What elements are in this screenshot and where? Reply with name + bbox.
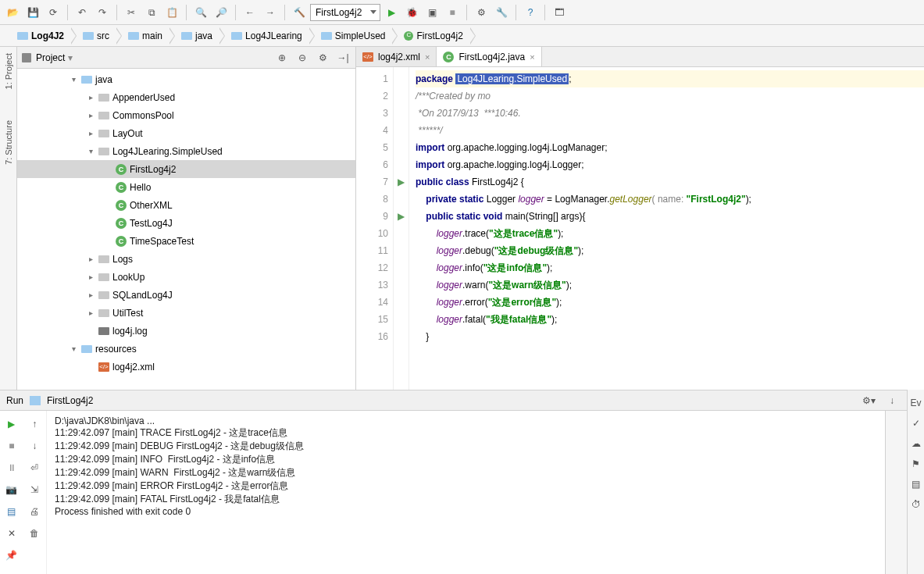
wrap-icon[interactable]: ⏎: [26, 459, 43, 476]
print-icon[interactable]: 🖨: [26, 503, 43, 520]
crumb-Log4JLearing[interactable]: Log4JLearing: [220, 27, 310, 45]
tree-item-LookUp[interactable]: ▸LookUp: [17, 268, 355, 286]
tree-item-Log4JLearing.SimpleUsed[interactable]: ▾Log4JLearing.SimpleUsed: [17, 142, 355, 160]
right-icon-1[interactable]: ✓: [909, 416, 923, 430]
code-body[interactable]: package Log4JLearing.SimpleUsed; /***Cre…: [409, 67, 924, 390]
right-icon-5[interactable]: ⏱: [909, 497, 923, 512]
crumb-src[interactable]: src: [72, 27, 117, 45]
chevron-icon[interactable]: ▸: [86, 255, 95, 263]
tree-item-OtherXML[interactable]: COtherXML: [17, 196, 355, 214]
coverage-icon[interactable]: ▣: [423, 3, 441, 22]
chevron-icon[interactable]: ▸: [86, 129, 95, 137]
replace-icon[interactable]: 🔎: [212, 3, 230, 22]
stack-icon[interactable]: 🗔: [550, 3, 569, 22]
tree-item-resources[interactable]: ▾resources: [17, 340, 355, 358]
run-config-combo[interactable]: FirstLog4j2: [310, 4, 380, 21]
close-icon[interactable]: ×: [530, 52, 534, 62]
chevron-icon[interactable]: ▸: [86, 93, 95, 102]
folder-icon: [98, 94, 109, 102]
tree-item-SQLandLog4J[interactable]: ▸SQLandLog4J: [17, 286, 355, 304]
chevron-icon[interactable]: ▸: [86, 308, 95, 317]
folder-icon: [81, 76, 92, 84]
run-line-icon[interactable]: ▶: [394, 208, 408, 225]
tree-item-Logs[interactable]: ▸Logs: [17, 250, 355, 268]
open-icon[interactable]: 📂: [3, 3, 22, 22]
tree-item-java[interactable]: ▾java: [17, 70, 355, 88]
crumb-SimpleUsed[interactable]: SimpleUsed: [310, 27, 394, 45]
tab-FirstLog4j2.java[interactable]: CFirstLog4j2.java×: [437, 47, 541, 66]
cut-icon[interactable]: ✂: [122, 3, 141, 22]
tab-log4j2.xml[interactable]: </>log4j2.xml×: [356, 47, 437, 66]
run-gutter[interactable]: ▶▶: [394, 67, 409, 390]
tree-item-CommonsPool[interactable]: ▸CommonsPool: [17, 106, 355, 124]
code-editor[interactable]: 12345678910111213141516 ▶▶ package Log4J…: [356, 67, 924, 390]
tree-item-TestLog4J[interactable]: CTestLog4J: [17, 214, 355, 232]
tree-item-AppenderUsed[interactable]: ▸AppenderUsed: [17, 88, 355, 106]
tree-item-FirstLog4j2[interactable]: CFirstLog4j2: [17, 160, 355, 178]
clear-icon[interactable]: 🗑: [26, 525, 43, 542]
chevron-icon[interactable]: ▾: [69, 344, 78, 353]
pin-icon[interactable]: 📌: [3, 547, 20, 564]
debug-icon[interactable]: 🐞: [402, 3, 421, 22]
find-icon[interactable]: 🔍: [191, 3, 210, 22]
back-icon[interactable]: ←: [241, 3, 259, 22]
paste-icon[interactable]: 📋: [162, 3, 181, 22]
tree-item-log4j.log[interactable]: log4j.log: [17, 322, 355, 340]
crumb-java[interactable]: java: [170, 27, 220, 45]
collapse-all-icon[interactable]: ⊕: [274, 50, 290, 66]
pause-icon[interactable]: ⏸: [3, 459, 20, 476]
stop-icon[interactable]: ■: [443, 3, 462, 22]
up-icon[interactable]: ↑: [26, 415, 43, 433]
project-panel: Project ▾ ⊕ ⊖ ⚙ →| ▾java▸AppenderUsed▸Co…: [17, 47, 356, 390]
chevron-icon[interactable]: ▸: [86, 291, 95, 299]
copy-icon[interactable]: ⧉: [142, 3, 161, 22]
run-gear-icon[interactable]: ⚙▾: [860, 392, 877, 409]
sync-icon[interactable]: ⟳: [44, 3, 62, 22]
scroll-icon[interactable]: ⇲: [26, 481, 43, 498]
chevron-icon[interactable]: ▾: [69, 75, 78, 84]
close-icon[interactable]: ×: [425, 52, 430, 62]
run-pin-icon[interactable]: ↓: [883, 392, 901, 409]
project-tree[interactable]: ▾java▸AppenderUsed▸CommonsPool▸LayOut▾Lo…: [17, 69, 355, 390]
settings-icon[interactable]: 🔧: [492, 3, 511, 22]
rerun-icon[interactable]: ▶: [3, 415, 20, 433]
redo-icon[interactable]: ↷: [93, 3, 112, 22]
run-icon[interactable]: ▶: [382, 3, 401, 22]
scroll-to-icon[interactable]: ⊖: [294, 50, 310, 66]
right-icon-4[interactable]: ▤: [909, 477, 923, 491]
down-icon[interactable]: ↓: [26, 437, 43, 455]
chevron-icon[interactable]: ▾: [86, 147, 95, 155]
undo-icon[interactable]: ↶: [73, 3, 91, 22]
tree-item-TimeSpaceTest[interactable]: CTimeSpaceTest: [17, 232, 355, 250]
layout-icon[interactable]: ▤: [3, 503, 20, 520]
save-icon[interactable]: 💾: [23, 3, 42, 22]
crumb-Log4J2[interactable]: Log4J2: [6, 27, 72, 45]
forward-icon[interactable]: →: [261, 3, 280, 22]
dump-icon[interactable]: 📷: [3, 481, 20, 498]
editor-area: </>log4j2.xml×CFirstLog4j2.java× 1234567…: [356, 47, 924, 390]
tree-item-LayOut[interactable]: ▸LayOut: [17, 124, 355, 142]
tree-item-log4j2.xml[interactable]: </>log4j2.xml: [17, 358, 355, 376]
crumb-main[interactable]: main: [117, 27, 170, 45]
tab-project[interactable]: 1: Project: [4, 53, 13, 89]
chevron-icon[interactable]: ▸: [86, 273, 95, 281]
chevron-icon[interactable]: ▸: [86, 111, 95, 119]
console-output[interactable]: D:\java\JDK8\bin\java ...11:29:42.097 [m…: [47, 411, 885, 574]
tab-structure[interactable]: 7: Structure: [4, 120, 13, 165]
tree-item-Hello[interactable]: CHello: [17, 178, 355, 196]
help-icon[interactable]: ?: [521, 3, 540, 22]
hide-icon[interactable]: →|: [335, 50, 351, 66]
right-icon-2[interactable]: ☁: [909, 437, 923, 451]
right-icon-3[interactable]: ⚑: [909, 457, 923, 471]
vcs-icon[interactable]: ⚙: [472, 3, 491, 22]
run-config-icon: [30, 396, 41, 405]
gear-icon[interactable]: ⚙: [315, 50, 330, 66]
build-icon[interactable]: 🔨: [290, 3, 309, 22]
run-line-icon[interactable]: ▶: [394, 173, 408, 191]
crumb-FirstLog4j2[interactable]: FirstLog4j2: [393, 27, 470, 45]
class-icon: C: [443, 52, 454, 62]
close-run-icon[interactable]: ✕: [3, 525, 20, 542]
stop-run-icon[interactable]: ■: [3, 437, 20, 455]
tree-item-UtilTest[interactable]: ▸UtilTest: [17, 304, 355, 322]
right-tab-ev[interactable]: Ev: [909, 396, 923, 410]
